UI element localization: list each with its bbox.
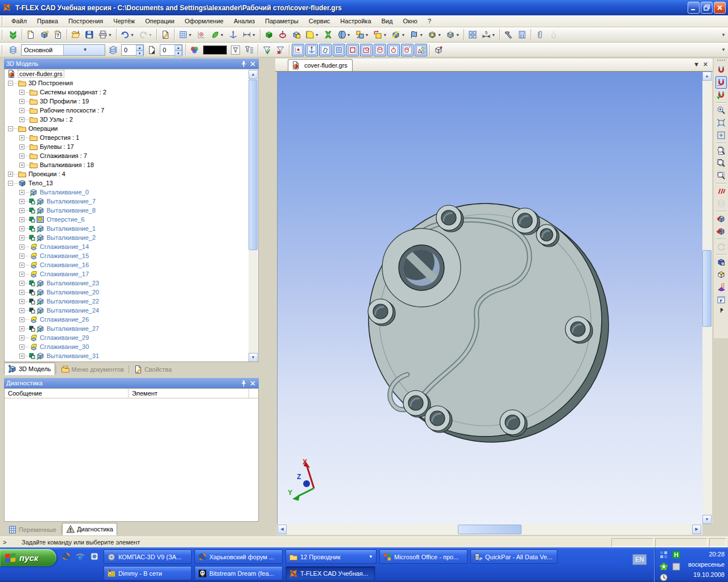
finish-button[interactable]: [7, 28, 19, 41]
expand-toggle[interactable]: +: [19, 272, 24, 277]
print-button[interactable]: ▼: [97, 28, 114, 41]
close-document-icon[interactable]: ✕: [703, 61, 708, 68]
shell-button[interactable]: ▼: [336, 28, 353, 41]
tree-item-label[interactable]: Сглаживание_30: [40, 343, 89, 350]
spring-button[interactable]: ▼: [444, 28, 461, 41]
command-prompt[interactable]: >: [0, 539, 17, 546]
tree-item-label[interactable]: Системы координат : 2: [40, 89, 106, 95]
chevron-down-icon[interactable]: ▼: [383, 33, 387, 37]
language-indicator[interactable]: EN: [632, 554, 647, 565]
tree-item[interactable]: +Сглаживание_15: [5, 251, 258, 260]
expand-toggle[interactable]: +: [19, 117, 24, 122]
chevron-down-icon[interactable]: ▼: [347, 33, 351, 37]
tree-item[interactable]: +Выталкивание_7: [5, 197, 258, 206]
menu-item-13[interactable]: ?: [423, 16, 436, 26]
clip2-button[interactable]: [547, 28, 560, 41]
tree-item[interactable]: +Выталкивание_22: [5, 297, 258, 306]
expand-toggle[interactable]: +: [19, 335, 24, 340]
magnet-button[interactable]: [715, 64, 727, 76]
menu-item-9[interactable]: Сервис: [304, 16, 336, 26]
tree-item[interactable]: +3D Профили : 19: [5, 97, 258, 106]
tree-item-label[interactable]: Выталкивания : 18: [40, 161, 94, 168]
tree-item-label[interactable]: Отверстия : 1: [40, 134, 79, 141]
tree-item[interactable]: −3D Построения: [5, 78, 258, 88]
magnet-check-button[interactable]: [715, 89, 727, 101]
chevron-down-icon[interactable]: ▼: [108, 33, 112, 37]
expand-toggle[interactable]: +: [19, 90, 24, 95]
tree-item[interactable]: +Выталкивание_1: [5, 224, 258, 233]
expand-toggle[interactable]: +: [19, 253, 24, 259]
firefox-icon[interactable]: [61, 552, 73, 563]
sel-grid-button[interactable]: [333, 44, 345, 56]
tree-item-label[interactable]: Выталкивание_1: [47, 225, 96, 232]
scroll-thumb[interactable]: [249, 80, 258, 250]
sel-node-button[interactable]: [292, 44, 304, 56]
section-button[interactable]: ▼: [390, 28, 407, 41]
assembly-button[interactable]: [466, 28, 479, 41]
save-button[interactable]: [83, 28, 96, 41]
expand-toggle[interactable]: +: [19, 99, 24, 104]
view-3d-button[interactable]: Л: [715, 256, 727, 268]
expand-toggle[interactable]: +: [19, 208, 24, 213]
fit-all-button[interactable]: [715, 117, 727, 129]
tree-item-label[interactable]: Сглаживание_26: [40, 316, 89, 323]
scroll-left-button[interactable]: ◀: [278, 525, 287, 534]
menu-item-5[interactable]: Операции: [140, 16, 179, 26]
layers-view-button[interactable]: [715, 197, 727, 210]
zoom-region-button[interactable]: [715, 169, 727, 182]
step-up-icon[interactable]: ▲: [136, 45, 143, 51]
tree-item[interactable]: +Отверстия : 1: [5, 133, 258, 142]
zoom-in-button[interactable]: [715, 104, 727, 117]
expand-toggle[interactable]: +: [19, 281, 24, 286]
collapse-toggle[interactable]: −: [8, 81, 13, 86]
tree-scrollbar[interactable]: ▲ ▼: [249, 70, 258, 362]
tree-item-label[interactable]: cover-fluder.grs: [18, 70, 64, 78]
tree-item-label[interactable]: Выталкивание_23: [47, 280, 99, 286]
tree-item[interactable]: +Выталкивание_31: [5, 351, 258, 360]
chevron-down-icon[interactable]: ▼: [252, 33, 256, 37]
scroll-down-button[interactable]: ▼: [702, 515, 712, 524]
tree-item[interactable]: +Отверстие_6: [5, 215, 258, 224]
scroll-thumb[interactable]: [702, 250, 712, 327]
tree-item[interactable]: +Сглаживание_30: [5, 342, 258, 351]
launch3-icon[interactable]: [90, 552, 101, 563]
scroll-thumb[interactable]: [458, 525, 522, 534]
sel-cylinder-button[interactable]: [401, 44, 413, 56]
tree-item[interactable]: +Сглаживание_14: [5, 242, 258, 251]
expand-toggle[interactable]: +: [19, 235, 24, 240]
step-down-icon[interactable]: ▼: [136, 51, 143, 56]
new-doc-button[interactable]: [24, 28, 37, 41]
toolbar-grip[interactable]: [2, 45, 4, 55]
array-3d-button[interactable]: ▼: [371, 28, 388, 41]
zoom-docs-button[interactable]: [715, 157, 727, 169]
chevron-down-icon[interactable]: ▼: [188, 33, 192, 37]
tree-item[interactable]: +Выталкивание_20: [5, 288, 258, 297]
chevron-down-icon[interactable]: ▼: [456, 33, 460, 37]
tree-item-label[interactable]: Выталкивание_7: [47, 198, 96, 205]
expand-toggle[interactable]: +: [19, 144, 24, 149]
expand-toggle[interactable]: +: [19, 326, 24, 331]
tree-item-label[interactable]: Проекции : 4: [28, 171, 65, 177]
chevron-down-icon[interactable]: ▼: [365, 33, 369, 37]
close-panel-icon[interactable]: [249, 60, 257, 68]
viewport-horizontal-scrollbar[interactable]: ◀ ▶: [277, 524, 702, 535]
profile-button[interactable]: ▼: [209, 28, 226, 41]
chevron-down-icon[interactable]: ▼: [491, 33, 495, 37]
tree-item[interactable]: +Выталкивание_27: [5, 324, 258, 333]
tree-item[interactable]: +Сглаживание_17: [5, 269, 258, 278]
cad-part[interactable]: X Y Z: [278, 72, 702, 524]
menu-item-7[interactable]: Анализ: [229, 16, 260, 26]
chevron-down-icon[interactable]: ▼: [437, 33, 441, 37]
layers-button[interactable]: [7, 44, 19, 56]
tree-item-label[interactable]: Выталкивание_20: [47, 289, 99, 296]
new-template-button[interactable]: ?: [52, 28, 64, 41]
expand-toggle[interactable]: +: [19, 244, 24, 250]
menu-item-11[interactable]: Вид: [377, 16, 398, 26]
tree-item-label[interactable]: Сглаживание_14: [40, 243, 89, 250]
menu-item-4[interactable]: Чертёж: [108, 16, 140, 26]
stepper-value[interactable]: 0: [160, 45, 175, 55]
chevron-down-icon[interactable]: ▼: [401, 33, 405, 37]
calculator-button[interactable]: [516, 28, 528, 41]
expand-toggle[interactable]: +: [19, 299, 24, 304]
toolbar-grip[interactable]: [717, 60, 725, 62]
